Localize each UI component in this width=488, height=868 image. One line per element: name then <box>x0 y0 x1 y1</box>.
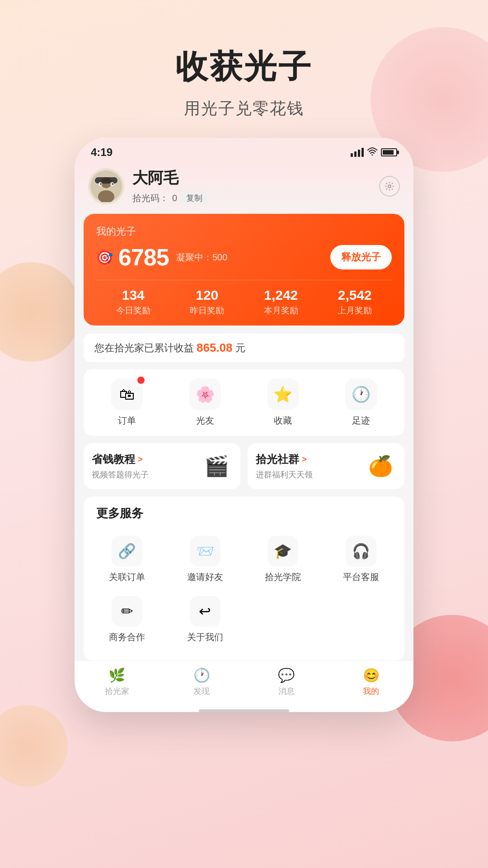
nav-item-discover[interactable]: 🕐 发现 <box>179 667 224 697</box>
action-label: 光友 <box>196 415 214 427</box>
copy-button[interactable]: 复制 <box>181 191 208 205</box>
service-icon-wrap: 🎧 <box>346 536 376 566</box>
release-button[interactable]: 释放光子 <box>330 245 392 269</box>
points-number: 6785 <box>118 244 169 271</box>
promo-card-tutorial[interactable]: 省钱教程> 视频答题得光子 🎬 <box>84 443 240 489</box>
service-item-customer-service[interactable]: 🎧 平台客服 <box>322 529 400 590</box>
promo-row: 省钱教程> 视频答题得光子 🎬 拾光社群> 进群福利天天领 🍊 <box>84 443 404 489</box>
earnings-amount: 865.08 <box>197 341 233 355</box>
nav-item-home[interactable]: 🌿 拾光家 <box>94 667 140 697</box>
card-stats: 134 今日奖励 120 昨日奖励 1,242 本月奖励 2,542 上月奖励 <box>96 280 392 316</box>
promo-title: 拾光社群> <box>256 452 365 467</box>
service-item-linked-orders[interactable]: 🔗 关联订单 <box>88 529 166 590</box>
promo-arrow: > <box>138 455 143 464</box>
service-icon: 📨 <box>196 542 214 560</box>
nav-label: 我的 <box>363 686 379 697</box>
battery-icon <box>381 148 397 156</box>
promo-arrow: > <box>302 455 307 464</box>
promo-text-area: 拾光社群> 进群福利天天领 <box>256 452 365 480</box>
service-icon: 🎧 <box>352 542 370 560</box>
status-bar: 4:19 <box>75 138 413 163</box>
stat-number: 134 <box>116 288 150 303</box>
action-label: 收藏 <box>274 415 292 427</box>
promo-subtitle: 进群福利天天领 <box>256 469 365 480</box>
promo-icon: 🍊 <box>365 453 396 480</box>
user-name: 大阿毛 <box>132 168 208 189</box>
nav-icon: 😊 <box>363 667 380 683</box>
action-icon: ⭐ <box>273 385 292 403</box>
service-item-academy[interactable]: 🎓 拾光学院 <box>244 529 322 590</box>
wifi-icon <box>367 147 377 158</box>
service-icon: 🎓 <box>274 542 292 560</box>
service-icon-wrap: 🎓 <box>267 536 298 566</box>
service-icon-wrap: 📨 <box>190 536 221 566</box>
action-item-history[interactable]: 🕐 足迹 <box>345 378 377 427</box>
service-icon: ↩ <box>199 603 211 620</box>
service-label: 关于我们 <box>187 631 223 643</box>
more-services: 更多服务 🔗 关联订单 📨 邀请好友 🎓 拾光学院 🎧 平台客服 ✏ 商务合作 … <box>84 496 404 660</box>
quick-actions: 🛍 订单 🌸 光友 ⭐ 收藏 🕐 足迹 <box>84 369 404 436</box>
action-icon: 🕐 <box>352 385 371 403</box>
service-icon-wrap: ↩ <box>190 596 221 627</box>
stat-label: 昨日奖励 <box>190 305 224 316</box>
stat-item: 1,242 本月奖励 <box>264 288 298 316</box>
stat-item: 134 今日奖励 <box>116 288 150 316</box>
service-label: 商务合作 <box>109 631 145 643</box>
user-code: 拾光码： 0 复制 <box>132 191 208 205</box>
promo-title: 省钱教程> <box>92 452 201 467</box>
settings-icon[interactable] <box>379 176 400 197</box>
points-icon: 🎯 <box>96 250 113 265</box>
pending-label: 凝聚中：500 <box>176 251 227 264</box>
service-item-about-us[interactable]: ↩ 关于我们 <box>166 590 244 650</box>
promo-subtitle: 视频答题得光子 <box>92 469 201 480</box>
status-icons <box>351 147 397 158</box>
phone-mockup: 4:19 <box>75 138 413 712</box>
svg-point-9 <box>388 185 391 188</box>
action-item-favorites[interactable]: ⭐ 收藏 <box>267 378 299 427</box>
home-indicator <box>199 709 289 712</box>
action-icon-wrap: ⭐ <box>267 378 299 410</box>
service-item-biz-coop[interactable]: ✏ 商务合作 <box>88 590 166 650</box>
nav-item-messages[interactable]: 💬 消息 <box>264 667 309 697</box>
action-item-orders[interactable]: 🛍 订单 <box>111 378 143 427</box>
stat-item: 120 昨日奖励 <box>190 288 224 316</box>
action-label: 足迹 <box>352 415 370 427</box>
bottom-nav: 🌿 拾光家 🕐 发现 💬 消息 😊 我的 <box>75 660 413 708</box>
stat-number: 120 <box>190 288 224 303</box>
svg-point-8 <box>112 183 113 185</box>
card-main-row: 🎯 6785 凝聚中：500 释放光子 <box>96 244 392 271</box>
user-info: 大阿毛 拾光码： 0 复制 <box>132 168 208 205</box>
background-blob-bottom-left <box>0 705 68 787</box>
nav-icon: 🕐 <box>193 667 210 683</box>
card-title: 我的光子 <box>96 225 392 238</box>
avatar[interactable] <box>88 168 124 204</box>
pickup-code-label: 拾光码： <box>132 192 169 204</box>
service-icon: 🔗 <box>118 542 136 560</box>
action-icon-wrap: 🕐 <box>345 378 377 410</box>
nav-label: 发现 <box>193 686 210 697</box>
user-profile: 大阿毛 拾光码： 0 复制 <box>75 163 413 214</box>
phone-content: 大阿毛 拾光码： 0 复制 我的光子 🎯 <box>75 163 413 660</box>
service-label: 关联订单 <box>109 571 145 583</box>
pickup-code-value: 0 <box>172 193 177 203</box>
service-icon-wrap: 🔗 <box>112 536 142 566</box>
nav-label: 消息 <box>278 686 295 697</box>
svg-rect-4 <box>95 177 117 184</box>
svg-point-6 <box>100 183 102 185</box>
nav-label: 拾光家 <box>105 686 129 697</box>
stat-label: 本月奖励 <box>264 305 298 316</box>
service-icon: ✏ <box>121 603 133 620</box>
promo-text-area: 省钱教程> 视频答题得光子 <box>92 452 201 480</box>
promo-card-community[interactable]: 拾光社群> 进群福利天天领 🍊 <box>248 443 404 489</box>
action-item-friends[interactable]: 🌸 光友 <box>189 378 221 427</box>
page-title-area: 收获光子 用光子兑零花钱 <box>0 0 488 120</box>
services-title: 更多服务 <box>88 505 400 521</box>
action-icon-wrap: 🛍 <box>111 378 143 410</box>
service-item-invite-friends[interactable]: 📨 邀请好友 <box>166 529 244 590</box>
signal-icon <box>351 148 364 157</box>
nav-item-mine[interactable]: 😊 我的 <box>348 667 394 697</box>
stat-number: 1,242 <box>264 288 298 303</box>
service-label: 邀请好友 <box>187 571 223 583</box>
status-time: 4:19 <box>91 146 113 159</box>
service-label: 拾光学院 <box>265 571 301 583</box>
